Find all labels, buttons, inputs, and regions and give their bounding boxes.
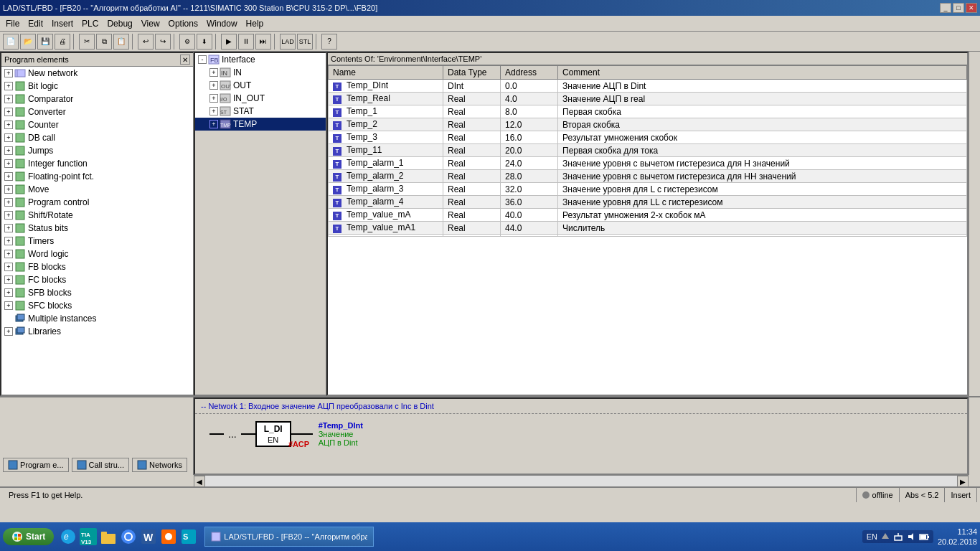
tree-item-jumps[interactable]: + Jumps (1, 144, 193, 157)
horizontal-scrollbar[interactable]: ◀ ▶ (194, 475, 969, 486)
clock-display[interactable]: 11:34 20.02.2018 (938, 527, 977, 547)
iface-item-in-out[interactable]: + I/O IN_OUT (195, 92, 326, 105)
toolbar-save[interactable]: 💾 (37, 34, 53, 50)
start-button[interactable]: Start (3, 528, 54, 545)
expand-comparator[interactable]: + (4, 95, 13, 103)
menu-edit[interactable]: Edit (24, 17, 47, 30)
bottom-right-scrollbar[interactable] (969, 397, 980, 475)
table-row[interactable]: T Temp_alarm_4 Real 36.0 Значение уровня… (329, 196, 967, 209)
tree-item-shift-rotate[interactable]: + Shift/Rotate (1, 209, 193, 222)
toolbar-cut[interactable]: ✂ (79, 34, 95, 50)
expand-program-control[interactable]: + (4, 198, 13, 207)
tree-item-sfc-blocks[interactable]: + SFC blocks (1, 299, 193, 312)
menu-file[interactable]: File (1, 17, 24, 30)
menu-options[interactable]: Options (164, 17, 202, 30)
minimize-button[interactable]: _ (940, 3, 951, 13)
expand-libraries[interactable]: + (4, 327, 13, 336)
tree-item-libraries[interactable]: + Libraries (1, 325, 193, 338)
iface-item-out[interactable]: + OUT OUT (195, 79, 326, 92)
taskbar-word-icon[interactable]: W (138, 527, 159, 547)
toolbar-stop[interactable]: ⏸ (238, 34, 254, 50)
menu-help[interactable]: Help (242, 17, 268, 30)
menu-insert[interactable]: Insert (47, 17, 77, 30)
menu-debug[interactable]: Debug (103, 17, 136, 30)
toolbar-download[interactable]: ⬇ (197, 34, 212, 50)
tree-item-status-bits[interactable]: + Status bits (1, 222, 193, 235)
table-row[interactable]: T Temp_alarm_1 Real 24.0 Значение уровня… (329, 157, 967, 170)
table-row[interactable]: T Temp_value_mA1 Real 44.0 Числитель (329, 222, 967, 235)
taskbar-paint-icon[interactable] (159, 527, 179, 547)
toolbar-run[interactable]: ▶ (221, 34, 237, 50)
maximize-button[interactable]: □ (953, 3, 964, 13)
expand-counter[interactable]: + (4, 121, 13, 129)
tree-item-word-logic[interactable]: + Word logic (1, 248, 193, 260)
expand-in[interactable]: + (209, 68, 218, 77)
expand-bit-logic[interactable]: + (4, 82, 13, 90)
taskbar-chrome-icon[interactable] (118, 527, 138, 547)
expand-interface[interactable]: - (198, 55, 207, 64)
expand-sfc-blocks[interactable]: + (4, 301, 13, 310)
expand-fc-blocks[interactable]: + (4, 276, 13, 284)
left-panel-close[interactable]: ✕ (180, 55, 190, 65)
scroll-left-btn[interactable]: ◀ (194, 476, 205, 487)
table-row[interactable]: T Temp_alarm_2 Real 28.0 Значение уровня… (329, 170, 967, 183)
tab-networks[interactable]: Networks (132, 458, 187, 472)
toolbar-paste[interactable]: 📋 (113, 34, 129, 50)
right-scrollbar[interactable] (969, 52, 980, 396)
expand-sfb-blocks[interactable]: + (4, 288, 13, 297)
iface-item-interface[interactable]: - FB Interface (195, 53, 326, 66)
expand-integer-function[interactable]: + (4, 159, 13, 168)
tree-item-integer-function[interactable]: + Integer function (1, 157, 193, 170)
taskbar-ie-icon[interactable]: e (58, 527, 78, 547)
active-window-btn[interactable]: LAD/STL/FBD - [FB20 -- "Алгоритм обработ… (204, 527, 374, 547)
tree-item-converter[interactable]: + Converter (1, 105, 193, 118)
expand-new-network[interactable]: + (4, 69, 13, 77)
tab-program-elements[interactable]: Program e... (3, 458, 69, 472)
expand-status-bits[interactable]: + (4, 224, 13, 232)
scroll-right-btn[interactable]: ▶ (957, 476, 969, 487)
expand-floating-point[interactable]: + (4, 172, 13, 181)
tree-item-fb-blocks[interactable]: + FB blocks (1, 260, 193, 273)
tree-item-counter[interactable]: + Counter (1, 118, 193, 131)
toolbar-redo[interactable]: ↪ (155, 34, 171, 50)
table-row[interactable]: T Temp_alarm_3 Real 32.0 Значение уровня… (329, 183, 967, 196)
toolbar-open[interactable]: 📂 (20, 34, 36, 50)
taskbar-tia-icon[interactable]: TIA V13 (78, 527, 98, 547)
table-row[interactable]: T Temp_Real Real 4.0 Значение АЦП в real (329, 93, 967, 105)
expand-out[interactable]: + (209, 81, 218, 90)
expand-move[interactable]: + (4, 185, 13, 194)
expand-word-logic[interactable]: + (4, 250, 13, 258)
table-row[interactable]: T Temp_1 Real 8.0 Первая скобка (329, 105, 967, 118)
table-row[interactable]: T Temp_2 Real 12.0 Вторая скобка (329, 118, 967, 131)
toolbar-print[interactable]: 🖨 (55, 34, 70, 50)
menu-window[interactable]: Window (202, 17, 242, 30)
tree-item-multiple-instances[interactable]: Multiple instances (1, 312, 193, 325)
tree-item-sfb-blocks[interactable]: + SFB blocks (1, 286, 193, 299)
expand-timers[interactable]: + (4, 237, 13, 245)
taskbar-simatic-icon[interactable]: S (179, 527, 199, 547)
toolbar-step[interactable]: ⏭ (255, 34, 271, 50)
taskbar-folder-icon[interactable] (98, 527, 118, 547)
expand-in-out[interactable]: + (209, 94, 218, 103)
toolbar-help[interactable]: ? (321, 34, 337, 50)
toolbar-copy[interactable]: ⧉ (96, 34, 112, 50)
tree-item-timers[interactable]: + Timers (1, 235, 193, 248)
iface-item-temp[interactable]: + TMP TEMP (195, 118, 326, 131)
tree-item-new-network[interactable]: + New network (1, 67, 193, 80)
menu-plc[interactable]: PLC (77, 17, 103, 30)
table-row[interactable]: T Temp_DInt DInt 0.0 Значение АЦП в Dint (329, 80, 967, 93)
tree-item-db-call[interactable]: + DB call (1, 131, 193, 144)
close-button[interactable]: ✕ (966, 3, 977, 13)
iface-item-stat[interactable]: + ST STAT (195, 105, 326, 118)
tree-item-fc-blocks[interactable]: + FC blocks (1, 273, 193, 286)
toolbar-undo[interactable]: ↩ (138, 34, 154, 50)
toolbar-lad[interactable]: LAD (280, 34, 296, 50)
tree-item-comparator[interactable]: + Comparator (1, 93, 193, 105)
toolbar-stl[interactable]: STL (297, 34, 313, 50)
tree-item-bit-logic[interactable]: + Bit logic (1, 80, 193, 93)
tree-item-floating-point[interactable]: + Floating-point fct. (1, 170, 193, 183)
menu-view[interactable]: View (137, 17, 164, 30)
table-row[interactable]: T Temp_11 Real 20.0 Первая скобка для то… (329, 144, 967, 157)
expand-temp[interactable]: + (209, 120, 218, 128)
toolbar-compile[interactable]: ⚙ (179, 34, 195, 50)
